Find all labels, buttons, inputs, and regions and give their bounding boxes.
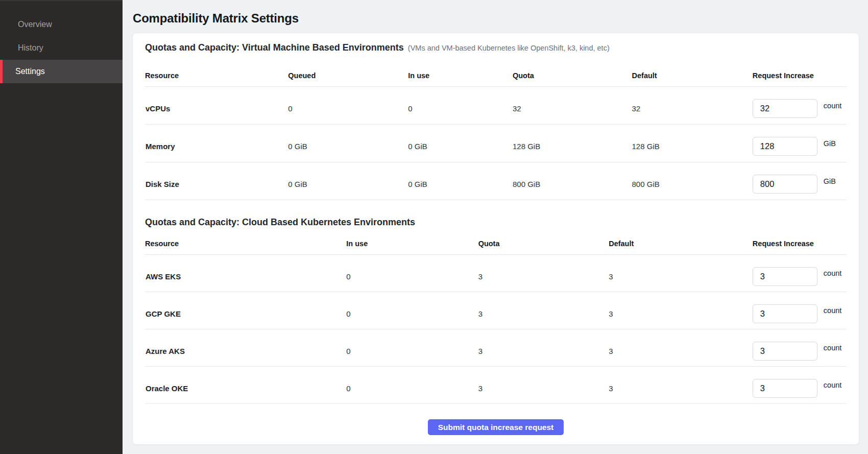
request-increase-cell: count [753, 379, 847, 398]
resource-name: Azure AKS [145, 347, 346, 355]
unit-label: count [824, 344, 841, 352]
value-cell: 128 GiB [632, 142, 753, 151]
column-header: Default [609, 240, 753, 248]
value-cell: 0 GiB [408, 142, 513, 151]
value-cell: 128 GiB [513, 142, 632, 151]
resource-name: Memory [145, 142, 288, 151]
table-header-row: ResourceQueuedIn useQuotaDefaultRequest … [145, 53, 847, 87]
value-cell: 800 GiB [632, 180, 753, 188]
unit-label: count [824, 306, 841, 315]
quota-sections: Quotas and Capacity: Virtual Machine Bas… [145, 33, 847, 404]
value-cell: 0 [408, 104, 513, 113]
section-header: Quotas and Capacity: Cloud Based Kuberne… [145, 200, 847, 228]
unit-label: GiB [824, 139, 836, 148]
unit-label: GiB [824, 177, 836, 185]
request-increase-input[interactable] [753, 99, 817, 118]
table-row: vCPUs003232count [145, 87, 847, 125]
column-header: In use [346, 240, 478, 248]
unit-label: count [824, 269, 841, 277]
table-row: AWS EKS033count [145, 255, 847, 292]
card-footer: Submit quota increase request [145, 404, 847, 435]
value-cell: 800 GiB [513, 180, 632, 188]
value-cell: 0 [346, 272, 478, 281]
column-header: Request Increase [753, 240, 847, 248]
sidebar-nav: OverviewHistorySettings [0, 13, 123, 83]
submit-quota-increase-button[interactable]: Submit quota increase request [428, 419, 564, 435]
sidebar: OverviewHistorySettings [0, 0, 123, 454]
value-cell: 0 [288, 104, 408, 113]
unit-label: count [824, 102, 841, 110]
value-cell: 3 [478, 309, 609, 318]
unit-label: count [824, 381, 841, 389]
value-cell: 0 [346, 384, 478, 393]
table-row: Azure AKS033count [145, 329, 847, 367]
resource-name: vCPUs [145, 104, 288, 113]
value-cell: 3 [609, 384, 753, 393]
section-title: Quotas and Capacity: Virtual Machine Bas… [145, 42, 404, 53]
table-row: Disk Size0 GiB0 GiB800 GiB800 GiBGiB [145, 162, 847, 200]
column-header: Quota [513, 71, 632, 80]
value-cell: 3 [478, 384, 609, 393]
column-header: Resource [145, 240, 346, 248]
request-increase-input[interactable] [753, 137, 817, 156]
request-increase-input[interactable] [753, 304, 817, 323]
value-cell: 32 [513, 104, 632, 113]
value-cell: 3 [609, 272, 753, 281]
settings-card: Quotas and Capacity: Virtual Machine Bas… [132, 33, 859, 445]
value-cell: 32 [632, 104, 753, 113]
value-cell: 0 [346, 309, 478, 318]
column-header: Resource [145, 71, 288, 80]
value-cell: 0 GiB [288, 180, 408, 188]
resource-name: AWS EKS [145, 272, 346, 281]
value-cell: 3 [478, 272, 609, 281]
table-row: Oracle OKE033count [145, 367, 847, 404]
column-header: Request Increase [753, 71, 847, 80]
table-header-row: ResourceIn useQuotaDefaultRequest Increa… [145, 228, 847, 255]
sidebar-item-settings[interactable]: Settings [0, 60, 123, 83]
column-header: Quota [478, 240, 609, 248]
request-increase-cell: count [753, 304, 847, 323]
column-header: Default [632, 71, 753, 80]
request-increase-input[interactable] [753, 175, 817, 194]
sidebar-item-history[interactable]: History [0, 36, 123, 60]
resource-name: GCP GKE [145, 309, 346, 318]
request-increase-cell: count [753, 99, 847, 118]
section-header: Quotas and Capacity: Virtual Machine Bas… [145, 33, 847, 53]
section-subtitle: (VMs and VM-based Kubernetes like OpenSh… [408, 44, 610, 52]
table-row: Memory0 GiB0 GiB128 GiB128 GiBGiB [145, 125, 847, 162]
value-cell: 0 GiB [288, 142, 408, 151]
value-cell: 3 [609, 309, 753, 318]
resource-name: Disk Size [145, 180, 288, 188]
value-cell: 3 [478, 347, 609, 355]
request-increase-input[interactable] [753, 267, 817, 286]
request-increase-input[interactable] [753, 342, 817, 361]
column-header: Queued [288, 71, 408, 80]
column-header: In use [408, 71, 513, 80]
request-increase-cell: GiB [753, 137, 847, 156]
request-increase-input[interactable] [753, 379, 817, 398]
value-cell: 0 [346, 347, 478, 355]
table-row: GCP GKE033count [145, 292, 847, 329]
request-increase-cell: GiB [753, 175, 847, 194]
section-title: Quotas and Capacity: Cloud Based Kuberne… [145, 217, 415, 228]
request-increase-cell: count [753, 267, 847, 286]
value-cell: 0 GiB [408, 180, 513, 188]
value-cell: 3 [609, 347, 753, 355]
sidebar-item-overview[interactable]: Overview [0, 13, 123, 36]
request-increase-cell: count [753, 342, 847, 361]
page-title: Compatibility Matrix Settings [133, 11, 859, 26]
main-content: Compatibility Matrix Settings Quotas and… [123, 0, 868, 454]
resource-name: Oracle OKE [145, 384, 346, 393]
